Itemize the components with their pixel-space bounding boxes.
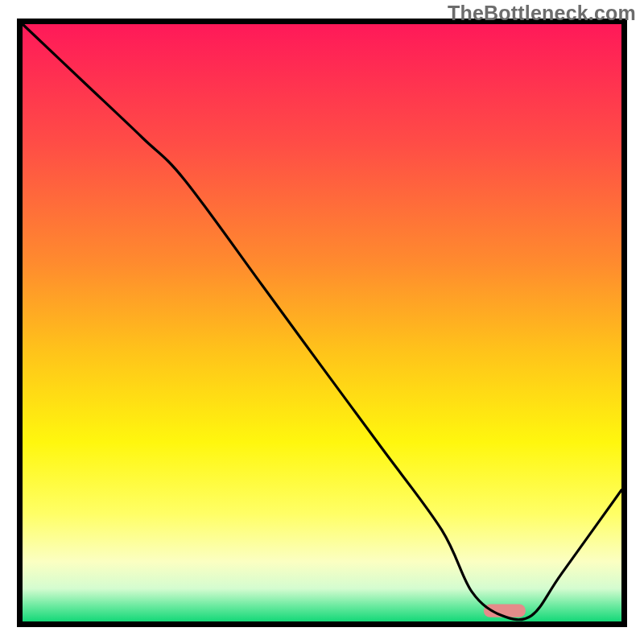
chart-container: TheBottleneck.com bbox=[0, 0, 644, 644]
bottleneck-chart bbox=[0, 0, 644, 644]
watermark-text: TheBottleneck.com bbox=[448, 2, 636, 25]
gradient-background bbox=[23, 24, 621, 621]
